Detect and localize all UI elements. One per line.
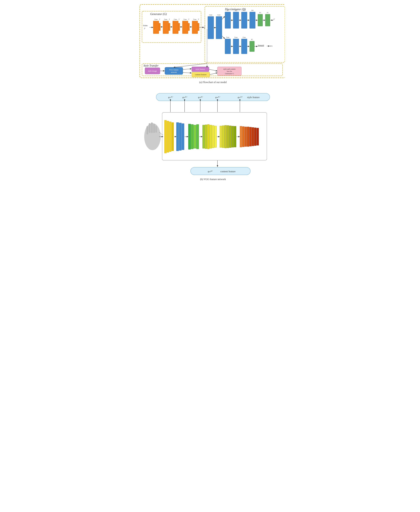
phi5-label: φ₅⁽¹⁾ xyxy=(238,96,242,99)
part-a-section: Generator (G) Joints y Conv T Conv T Con… xyxy=(138,3,282,87)
b-conv2 xyxy=(233,39,239,54)
b-conv3-label: Conv xyxy=(243,37,246,38)
style-transfer-title: Style Transfer xyxy=(143,64,158,67)
finger-5 xyxy=(156,126,157,133)
t-block-2 xyxy=(169,23,170,31)
finger-2 xyxy=(149,123,150,133)
l5-4 xyxy=(227,125,229,148)
l5-7 xyxy=(234,126,236,147)
r4-block xyxy=(250,12,255,28)
r4-label: R4 xyxy=(252,9,254,11)
conv-label-3: Conv xyxy=(174,19,177,20)
r1-block xyxy=(225,12,231,28)
style-image-label: style image xyxy=(148,70,157,72)
loss-label-2: loss for xyxy=(227,70,232,72)
l1-4 xyxy=(172,122,174,151)
t-label-4: T xyxy=(188,19,189,20)
l1-1 xyxy=(165,120,166,153)
l6-2 xyxy=(242,127,244,147)
l6-3 xyxy=(245,127,247,146)
style-feature-label: style feature xyxy=(195,68,205,70)
phi2-label: φ₂⁽¹⁾ xyxy=(182,96,187,99)
conv-label-2: Conv xyxy=(164,19,167,20)
l4-2 xyxy=(205,125,207,149)
d-conv2-label: Conv xyxy=(217,14,221,16)
generator-title: Generator (G) xyxy=(150,12,167,16)
part-b-caption: (b) VGG feature network xyxy=(200,178,226,181)
r3-block xyxy=(241,12,247,28)
l5-3 xyxy=(225,125,227,148)
gen-conv-block-2 xyxy=(163,21,169,34)
l6-5 xyxy=(249,127,252,146)
t-label-3: T xyxy=(179,19,180,20)
finger-3 xyxy=(151,122,153,133)
vgg-style-arrow xyxy=(183,69,191,69)
phi3-label: φ₃⁽¹⁾ xyxy=(198,96,203,99)
t-label-5: T xyxy=(198,19,199,20)
b-fc-label: FC xyxy=(251,39,253,40)
l5-2 xyxy=(222,126,224,148)
vgg-label-2: network xyxy=(171,71,177,73)
vgg-label-1: VGG feature xyxy=(169,69,179,71)
phi4-label: φ₄⁽¹⁾ xyxy=(215,96,220,99)
l4-6 xyxy=(215,126,217,147)
l4-4 xyxy=(210,125,212,148)
b-fc-block xyxy=(250,41,254,52)
conv-label-5: Conv xyxy=(193,19,196,20)
content-loss-arrow xyxy=(210,73,217,75)
joints-label: Joints xyxy=(143,24,148,27)
style-loss-arrow xyxy=(209,69,217,71)
fc2-block xyxy=(265,14,270,26)
r2-label: R2 xyxy=(235,9,237,11)
l1-3 xyxy=(169,122,171,152)
part-a-caption: (a) Flowchart of our model xyxy=(199,81,227,84)
l4-3 xyxy=(207,124,210,149)
vgg-content-arrow xyxy=(183,73,191,73)
bottom-branch-arrow xyxy=(222,36,225,38)
t-label-2: T xyxy=(169,19,170,20)
loss-label-3: Generator G xyxy=(225,73,234,75)
finger-1 xyxy=(146,126,148,134)
t-label-1: T xyxy=(159,19,160,20)
output-01-label: 0/1 xyxy=(270,45,273,47)
d-conv2 xyxy=(216,16,222,39)
vgg-box xyxy=(165,67,183,75)
t-block-1 xyxy=(159,23,160,31)
gen-conv-block-3 xyxy=(173,21,178,34)
l6-4 xyxy=(247,127,249,146)
l3-2 xyxy=(191,124,193,149)
gen-conv-block-1 xyxy=(153,21,159,34)
loss-label-1: style and content xyxy=(223,68,236,70)
l5-5 xyxy=(229,126,231,148)
y-prime-label: y′ xyxy=(273,18,275,20)
content-feature-text: content feature xyxy=(220,170,235,173)
top-branch-arrow xyxy=(222,16,225,19)
t-block-5 xyxy=(198,23,199,31)
finger-4 xyxy=(153,124,155,133)
part-b-section: φ₁⁽¹⁾ φ₂⁽¹⁾ φ₃⁽¹⁾ φ₄⁽¹⁾ φ₅⁽¹⁾ style feat… xyxy=(138,90,282,184)
d-conv1-label: Conv xyxy=(209,14,212,16)
t-block-3 xyxy=(178,23,180,31)
r3-label: R3 xyxy=(243,9,245,11)
b-conv3 xyxy=(241,39,247,54)
phi4-2-label: φ₄⁽²⁾ xyxy=(208,170,213,173)
b-conv1 xyxy=(225,39,231,54)
conv-label-4: Conv xyxy=(184,19,187,20)
l5-6 xyxy=(232,126,234,147)
l3-3 xyxy=(194,125,196,148)
l4-5 xyxy=(212,125,214,148)
d-conv1 xyxy=(208,16,214,39)
b-conv2-label: Conv xyxy=(234,37,238,38)
y-label: y xyxy=(144,27,145,29)
content-feature-label: content feature xyxy=(195,73,207,76)
t-block-4 xyxy=(188,23,189,31)
l3-1 xyxy=(188,124,191,149)
gen-conv-block-5 xyxy=(192,21,198,34)
gen-conv-block-4 xyxy=(182,21,188,34)
l4-1 xyxy=(202,125,205,148)
l2-1 xyxy=(176,122,179,151)
l6-7 xyxy=(254,128,256,146)
l6-1 xyxy=(240,126,242,147)
l2-3 xyxy=(182,123,184,150)
fc1-block xyxy=(258,14,262,26)
